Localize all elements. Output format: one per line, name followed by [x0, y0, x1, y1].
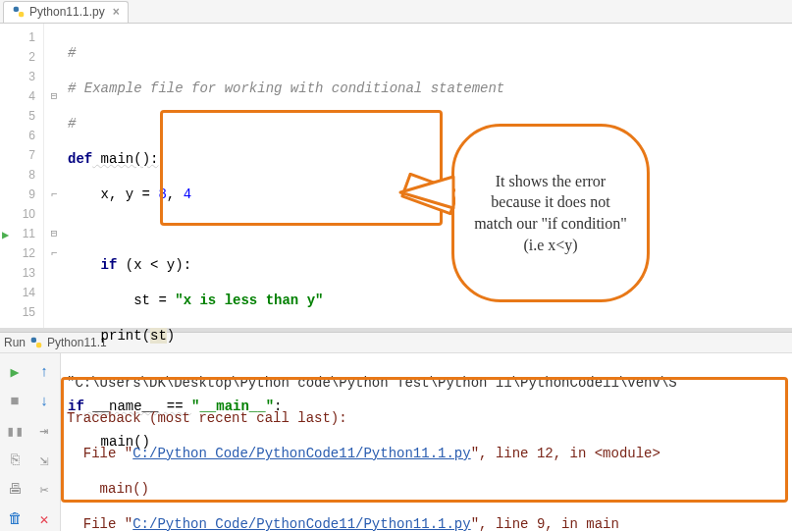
fold-toggle-icon[interactable]: ⊟	[44, 86, 64, 106]
scroll-down-button[interactable]: ↓	[31, 389, 57, 414]
console-output[interactable]: "C:\Users\DK\Desktop\Python code\Python …	[61, 353, 792, 531]
svg-rect-1	[19, 12, 24, 17]
traceback-frame: File "C:/Python Code/PythonCode11/Python…	[67, 514, 786, 531]
file-link[interactable]: C:/Python Code/PythonCode11/Python11.1.p…	[132, 446, 470, 461]
attach-button[interactable]: ✂	[31, 477, 57, 503]
file-link[interactable]: C:/Python Code/PythonCode11/Python11.1.p…	[132, 516, 470, 531]
run-toolbar: ▶ ↑ ■ ↓ ▮▮ ⇥ ⎘ ⇲ 🖶 ✂ 🗑 ✕	[0, 353, 61, 531]
rerun-button[interactable]: ▶	[2, 359, 27, 385]
svg-rect-2	[31, 338, 36, 343]
traceback-code: main()	[67, 479, 786, 499]
traceback-header: Traceback (most recent call last):	[67, 408, 786, 428]
soft-wrap-button[interactable]: ⇲	[31, 448, 57, 473]
stop-button[interactable]: ■	[2, 389, 27, 414]
fold-end-icon: ⌐	[44, 243, 64, 263]
run-line-marker-icon[interactable]: ▶	[2, 228, 9, 242]
print-button[interactable]: 🖶	[2, 477, 27, 503]
file-tab[interactable]: Python11.1.py ×	[3, 1, 129, 23]
python-icon	[12, 5, 26, 19]
fold-column: ⊟ ⌐ ⊟ ⌐	[44, 24, 64, 328]
close-button[interactable]: ✕	[31, 506, 57, 532]
toggle-output-button[interactable]: ⇥	[31, 418, 57, 444]
annotation-callout: It shows the error because it does not m…	[451, 124, 650, 302]
svg-rect-3	[36, 343, 41, 347]
line-number-gutter: 123456789101112131415	[0, 24, 44, 328]
fold-toggle-icon[interactable]: ⊟	[44, 224, 64, 243]
run-label: Run	[4, 336, 26, 349]
scroll-up-button[interactable]: ↑	[31, 359, 57, 385]
tab-bar: Python11.1.py ×	[0, 0, 792, 24]
python-icon	[29, 336, 43, 349]
svg-rect-0	[14, 7, 19, 12]
clear-button[interactable]: 🗑	[2, 506, 27, 532]
traceback-frame: File "C:/Python Code/PythonCode11/Python…	[67, 444, 786, 463]
exit-button[interactable]: ⎘	[2, 448, 27, 473]
tab-close-icon[interactable]: ×	[113, 5, 120, 19]
callout-text: It shows the error because it does not m…	[470, 171, 631, 255]
console-command: "C:\Users\DK\Desktop\Python code\Python …	[67, 373, 786, 393]
pause-button[interactable]: ▮▮	[2, 418, 27, 444]
code-editor[interactable]: ▶ 123456789101112131415 ⊟ ⌐ ⊟ ⌐ # # Exam…	[0, 24, 792, 328]
tab-title: Python11.1.py	[29, 5, 105, 19]
fold-end-icon: ⌐	[44, 185, 64, 204]
callout-arrow-icon	[396, 173, 455, 218]
run-panel: ▶ ↑ ■ ↓ ▮▮ ⇥ ⎘ ⇲ 🖶 ✂ 🗑 ✕ "C:\Users\DK\De…	[0, 353, 792, 531]
